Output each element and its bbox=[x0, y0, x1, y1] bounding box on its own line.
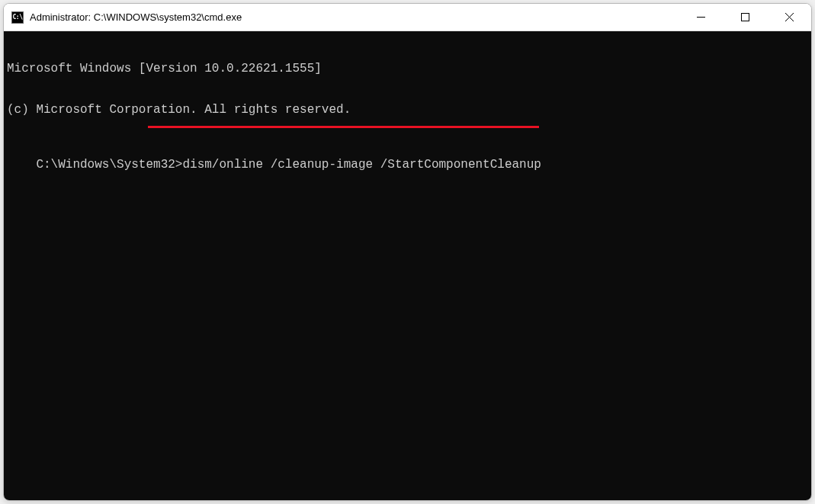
terminal-prompt: C:\Windows\System32> bbox=[36, 158, 182, 172]
title-bar[interactable]: C:\ Administrator: C:\WINDOWS\system32\c… bbox=[4, 4, 811, 31]
command-prompt-window: C:\ Administrator: C:\WINDOWS\system32\c… bbox=[3, 3, 812, 501]
minimize-icon bbox=[697, 13, 705, 21]
window-controls bbox=[679, 4, 811, 30]
command-underline-annotation bbox=[148, 126, 539, 128]
close-button[interactable] bbox=[767, 4, 811, 30]
terminal-command: dism/online /cleanup-image /StartCompone… bbox=[182, 158, 541, 172]
minimize-button[interactable] bbox=[679, 4, 723, 30]
svg-rect-1 bbox=[741, 14, 749, 21]
cmd-app-icon: C:\ bbox=[11, 11, 24, 24]
terminal-output-line: (c) Microsoft Corporation. All rights re… bbox=[7, 103, 808, 117]
close-icon bbox=[785, 13, 794, 21]
maximize-icon bbox=[741, 13, 749, 21]
window-title: Administrator: C:\WINDOWS\system32\cmd.e… bbox=[30, 11, 679, 23]
terminal-output-line: Microsoft Windows [Version 10.0.22621.15… bbox=[7, 62, 808, 75]
terminal-body[interactable]: Microsoft Windows [Version 10.0.22621.15… bbox=[4, 31, 811, 500]
maximize-button[interactable] bbox=[723, 4, 767, 30]
terminal-prompt-line: C:\Windows\System32>dism/online /cleanup… bbox=[36, 158, 541, 172]
